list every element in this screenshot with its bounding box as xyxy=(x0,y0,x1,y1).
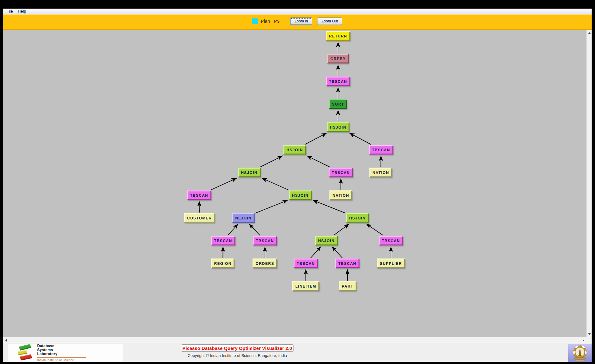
plan-node-hsjoin_2[interactable]: HSJOIN xyxy=(283,145,306,155)
footer: Database Systems Laboratory Indian Insti… xyxy=(3,343,592,362)
app-title-box: Picasso Database Query Optimizer Visuali… xyxy=(181,344,294,352)
vertical-scrollbar[interactable] xyxy=(586,30,592,337)
plan-node-tbscan_customer[interactable]: TBSCAN xyxy=(187,191,211,200)
plan-node-tbscan_orders[interactable]: TBSCAN xyxy=(253,236,277,246)
dsl-logo-line1: Database xyxy=(37,344,86,348)
plan-color-swatch-icon xyxy=(252,18,258,24)
plan-node-tbscan_nation1[interactable]: TBSCAN xyxy=(329,168,353,177)
plan-node-nljoin[interactable]: NLJOIN xyxy=(232,213,254,223)
plan-node-hsjoin_6[interactable]: HSJOIN xyxy=(315,236,338,246)
copyright-text: Copyright © Indian Institute of Science,… xyxy=(181,353,294,358)
app-title: Picasso Database Query Optimizer Visuali… xyxy=(183,346,292,351)
plan-node-grpby[interactable]: GRPBY xyxy=(327,54,349,64)
plan-node-tbscan_sort[interactable]: TBSCAN xyxy=(326,77,350,86)
dsl-logo-text: Database Systems Laboratory Indian Insti… xyxy=(37,344,86,362)
plan-node-tbscan_supplier[interactable]: TBSCAN xyxy=(379,236,403,246)
iisc-emblem-icon xyxy=(568,344,592,362)
scroll-down-icon[interactable] xyxy=(587,331,592,336)
plan-node-hsjoin_3[interactable]: HSJOIN xyxy=(238,168,261,177)
menubar: File Help xyxy=(3,9,592,14)
plan-node-hsjoin_4[interactable]: HSJOIN xyxy=(289,191,312,200)
plan-node-sort[interactable]: SORT xyxy=(329,99,347,109)
plan-edges-svg xyxy=(3,30,586,337)
brick-green-icon xyxy=(19,344,31,351)
scroll-left-icon[interactable] xyxy=(3,337,8,343)
dsl-logo-subtitle: Indian Institute of Science xyxy=(37,358,86,362)
dsl-logo-rule xyxy=(37,357,86,358)
dsl-logo: Database Systems Laboratory Indian Insti… xyxy=(8,344,123,362)
plan-node-nation_1[interactable]: NATION xyxy=(329,191,352,200)
menu-item-help[interactable]: Help xyxy=(15,9,29,14)
scroll-right-icon[interactable] xyxy=(581,337,586,343)
plan-label: Plan : P9 xyxy=(261,19,280,24)
plan-node-nation_2[interactable]: NATION xyxy=(369,168,392,177)
brick-yellow-icon xyxy=(18,350,27,355)
plan-node-lineitem[interactable]: LINEITEM xyxy=(292,281,319,291)
scrollbar-corner xyxy=(586,337,592,343)
dsl-logo-line3: Laboratory xyxy=(37,352,86,356)
scroll-up-icon[interactable] xyxy=(587,30,592,35)
plan-node-tbscan_region[interactable]: TBSCAN xyxy=(211,236,235,246)
plan-node-part[interactable]: PART xyxy=(339,281,357,291)
screen: { "window": { "menu_items": ["File", "He… xyxy=(0,0,595,364)
zoom-in-button[interactable]: Zoom In xyxy=(290,17,312,25)
plan-toolbar: Plan : P9 Zoom In Zoom Out xyxy=(3,14,592,30)
plan-node-supplier[interactable]: SUPPLIER xyxy=(377,259,405,268)
horizontal-scrollbar[interactable] xyxy=(3,337,586,343)
plan-toolbar-group: Plan : P9 Zoom In Zoom Out xyxy=(252,17,342,25)
plan-node-hsjoin_root[interactable]: HSJOIN xyxy=(327,122,349,132)
plan-node-tbscan_lineitem[interactable]: TBSCAN xyxy=(294,259,318,268)
plan-node-return[interactable]: RETURN xyxy=(326,31,350,41)
dsl-bricks-icon xyxy=(18,345,33,361)
dsl-logo-line2: Systems xyxy=(37,348,86,352)
plan-node-customer[interactable]: CUSTOMER xyxy=(184,213,215,223)
plan-node-hsjoin_5[interactable]: HSJOIN xyxy=(346,213,369,223)
plan-canvas: RETURNGRPBYTBSCANSORTHSJOINHSJOINTBSCANH… xyxy=(3,30,586,337)
zoom-out-button[interactable]: Zoom Out xyxy=(317,17,342,25)
plan-node-tbscan_part[interactable]: TBSCAN xyxy=(335,259,360,268)
menu-item-file[interactable]: File xyxy=(4,9,15,14)
plan-node-orders[interactable]: ORDERS xyxy=(253,259,277,268)
plan-node-tbscan_nation2[interactable]: TBSCAN xyxy=(369,145,393,155)
brick-red-icon xyxy=(20,354,32,360)
plan-node-region[interactable]: REGION xyxy=(211,259,234,268)
